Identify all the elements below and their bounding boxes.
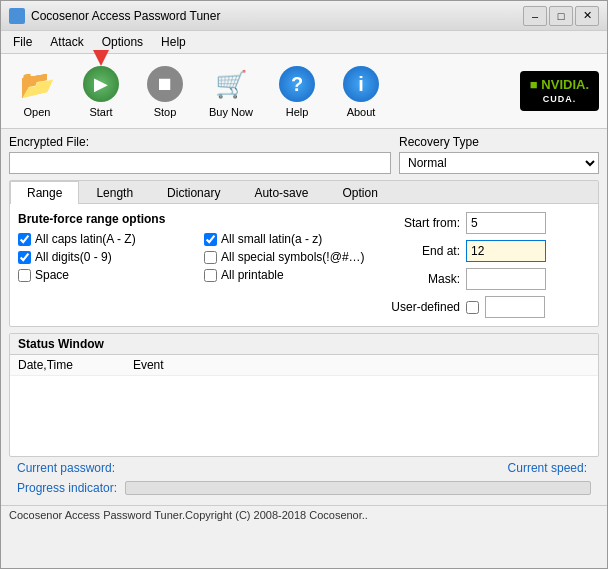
checkbox-all-special-label: All special symbols(!@#…)	[221, 250, 365, 264]
menu-help[interactable]: Help	[153, 33, 194, 51]
buynow-icon: 🛒	[211, 64, 251, 104]
footer: Cocosenor Access Password Tuner.Copyrigh…	[1, 505, 607, 524]
maximize-button[interactable]: □	[549, 6, 573, 26]
bottom-info: Current password: Current speed:	[9, 457, 599, 479]
recovery-type-label: Recovery Type	[399, 135, 479, 149]
stop-label: Stop	[154, 106, 177, 118]
status-col-datetime: Date,Time	[18, 358, 73, 372]
title-bar-buttons: – □ ✕	[523, 6, 599, 26]
start-from-input[interactable]	[466, 212, 546, 234]
mask-input[interactable]	[466, 268, 546, 290]
checkbox-space-input[interactable]	[18, 269, 31, 282]
status-header: Date,Time Event	[10, 355, 598, 376]
tab-autosave[interactable]: Auto-save	[237, 181, 325, 204]
tabs: Range Length Dictionary Auto-save Option	[10, 181, 598, 204]
user-defined-input[interactable]	[485, 296, 545, 318]
tab-content-range: Brute-force range options All caps latin…	[10, 204, 598, 326]
nvidia-badge: ■ NVIDIA. CUDA.	[520, 71, 599, 112]
checkbox-all-digits[interactable]: All digits(0 - 9)	[18, 250, 196, 264]
nvidia-text: ■ NVIDIA.	[530, 77, 589, 94]
user-defined-checkbox[interactable]	[466, 301, 479, 314]
tab-dictionary[interactable]: Dictionary	[150, 181, 237, 204]
checkbox-space[interactable]: Space	[18, 268, 196, 282]
checkbox-all-printable-input[interactable]	[204, 269, 217, 282]
stop-icon: ⏹	[145, 64, 185, 104]
current-speed-item: Current speed:	[508, 461, 591, 475]
encrypted-section: Encrypted File:	[9, 135, 391, 174]
checkbox-all-printable-label: All printable	[221, 268, 284, 282]
range-checkboxes: Brute-force range options All caps latin…	[18, 212, 382, 318]
checkbox-all-caps-label: All caps latin(A - Z)	[35, 232, 136, 246]
recovery-type-select[interactable]: Normal Smart Advanced	[399, 152, 599, 174]
start-label: Start	[89, 106, 112, 118]
buynow-button[interactable]: 🛒 Buy Now	[201, 60, 261, 122]
checkbox-all-digits-input[interactable]	[18, 251, 31, 264]
tab-option[interactable]: Option	[325, 181, 394, 204]
top-section: Encrypted File: Recovery Type Normal Sma…	[9, 135, 599, 174]
status-title: Status Window	[10, 334, 598, 355]
start-from-label: Start from:	[390, 216, 460, 230]
mask-row: Mask:	[390, 268, 590, 290]
tab-panel: Range Length Dictionary Auto-save Option…	[9, 180, 599, 327]
app-icon	[9, 8, 25, 24]
close-button[interactable]: ✕	[575, 6, 599, 26]
open-button[interactable]: 📂 Open	[9, 60, 65, 122]
help-label: Help	[286, 106, 309, 118]
end-at-input[interactable]	[466, 240, 546, 262]
range-content: Brute-force range options All caps latin…	[18, 212, 590, 318]
checkbox-all-small[interactable]: All small latin(a - z)	[204, 232, 382, 246]
recovery-section: Recovery Type Normal Smart Advanced	[399, 135, 599, 174]
status-body	[10, 376, 598, 456]
help-button[interactable]: ? Help	[269, 60, 325, 122]
title-bar: Cocosenor Access Password Tuner – □ ✕	[1, 1, 607, 31]
checkbox-grid: All caps latin(A - Z) All small latin(a …	[18, 232, 382, 282]
menu-file[interactable]: File	[5, 33, 40, 51]
range-form: Start from: End at: Mask: User-defi	[390, 212, 590, 318]
progress-label: Progress indicator:	[17, 481, 117, 495]
start-icon: ▶	[81, 64, 121, 104]
main-area: Encrypted File: Recovery Type Normal Sma…	[1, 129, 607, 505]
current-password-label: Current password:	[17, 461, 115, 475]
tab-range[interactable]: Range	[10, 181, 79, 204]
progress-row: Progress indicator:	[9, 479, 599, 499]
start-from-row: Start from:	[390, 212, 590, 234]
menu-options[interactable]: Options	[94, 33, 151, 51]
progress-bar	[125, 481, 591, 495]
end-at-row: End at:	[390, 240, 590, 262]
checkbox-all-small-input[interactable]	[204, 233, 217, 246]
menu-attack[interactable]: Attack	[42, 33, 91, 51]
checkbox-all-caps[interactable]: All caps latin(A - Z)	[18, 232, 196, 246]
open-icon: 📂	[17, 64, 57, 104]
title-bar-text: Cocosenor Access Password Tuner	[31, 9, 523, 23]
footer-text: Cocosenor Access Password Tuner.Copyrigh…	[9, 509, 368, 521]
mask-label: Mask:	[390, 272, 460, 286]
about-icon: i	[341, 64, 381, 104]
menu-bar: File Attack Options Help	[1, 31, 607, 54]
start-button[interactable]: ▶ Start	[73, 60, 129, 122]
tab-length[interactable]: Length	[79, 181, 150, 204]
checkbox-all-caps-input[interactable]	[18, 233, 31, 246]
status-section: Status Window Date,Time Event	[9, 333, 599, 457]
buynow-label: Buy Now	[209, 106, 253, 118]
checkbox-all-small-label: All small latin(a - z)	[221, 232, 322, 246]
cuda-text: CUDA.	[543, 94, 577, 106]
stop-button[interactable]: ⏹ Stop	[137, 60, 193, 122]
brute-force-title: Brute-force range options	[18, 212, 382, 226]
open-label: Open	[24, 106, 51, 118]
about-button[interactable]: i About	[333, 60, 389, 122]
checkbox-all-special[interactable]: All special symbols(!@#…)	[204, 250, 382, 264]
user-defined-row: User-defined	[390, 296, 590, 318]
help-icon: ?	[277, 64, 317, 104]
checkbox-space-label: Space	[35, 268, 69, 282]
minimize-button[interactable]: –	[523, 6, 547, 26]
checkbox-all-special-input[interactable]	[204, 251, 217, 264]
encrypted-file-label: Encrypted File:	[9, 135, 89, 149]
about-label: About	[347, 106, 376, 118]
toolbar: 📂 Open ▶ Start ⏹ Stop 🛒 Buy Now ? Help i…	[1, 54, 607, 129]
current-speed-label: Current speed:	[508, 461, 587, 475]
checkbox-all-digits-label: All digits(0 - 9)	[35, 250, 112, 264]
user-defined-label: User-defined	[390, 300, 460, 314]
checkbox-all-printable[interactable]: All printable	[204, 268, 382, 282]
encrypted-file-input[interactable]	[9, 152, 391, 174]
range-fields: Start from: End at: Mask: User-defi	[390, 212, 590, 318]
